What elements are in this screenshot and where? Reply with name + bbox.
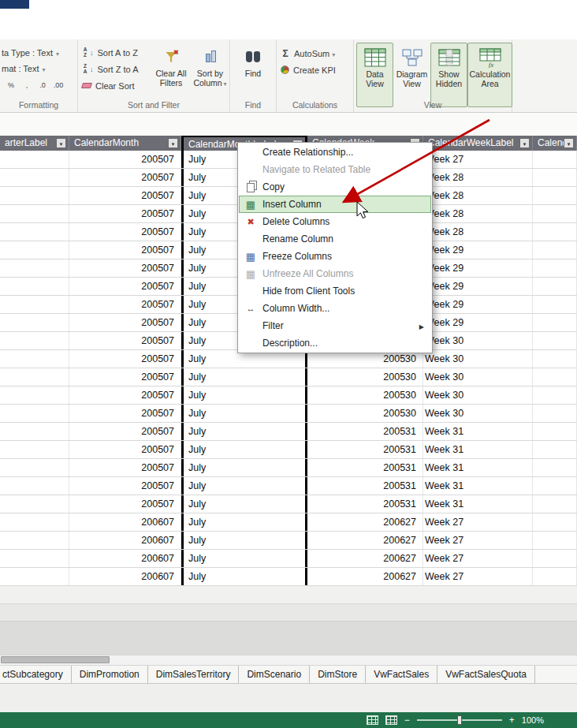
column-header-calenda[interactable]: Calenda	[533, 136, 577, 151]
increase-decimal-button[interactable]: .0	[36, 79, 49, 91]
cell[interactable]: July	[181, 441, 307, 458]
cell[interactable]: 200530	[307, 405, 423, 422]
menu-item-rename-column[interactable]: Rename Column	[239, 230, 431, 248]
cell[interactable]	[0, 205, 69, 222]
cell[interactable]: 200531	[307, 495, 423, 513]
cell[interactable]	[0, 368, 69, 386]
cell[interactable]: 200507	[69, 350, 181, 368]
cell[interactable]	[533, 296, 577, 313]
table-tab-dimsalesterritory[interactable]: DimSalesTerritory	[148, 666, 240, 683]
menu-item-create-relationship[interactable]: Create Relationship...	[239, 144, 431, 161]
cell[interactable]	[0, 296, 69, 313]
cell[interactable]: 200627	[307, 550, 423, 567]
cell[interactable]	[0, 259, 69, 277]
filter-button[interactable]	[168, 138, 178, 148]
clear-all-filters-button[interactable]: Clear All Filters	[153, 43, 189, 106]
cell[interactable]: 200507	[69, 405, 181, 422]
percent-format-button[interactable]: %	[5, 79, 17, 91]
cell[interactable]: Week 30	[423, 405, 533, 422]
cell[interactable]: Week 30	[423, 350, 533, 368]
cell[interactable]: 200507	[69, 205, 181, 222]
menu-item-hide-from-client-tools[interactable]: Hide from Client Tools	[239, 282, 431, 300]
cell[interactable]: Week 27	[423, 532, 533, 549]
cell[interactable]: July	[181, 477, 307, 495]
cell[interactable]: Week 27	[423, 568, 533, 585]
cell[interactable]: 200607	[69, 513, 181, 531]
scrollbar-thumb[interactable]	[1, 656, 110, 663]
cell[interactable]	[533, 259, 577, 277]
statusbar-diagram-view-icon[interactable]	[385, 715, 397, 725]
view-button-show-hidden[interactable]: ShowHidden	[430, 43, 467, 107]
cell[interactable]	[0, 223, 69, 241]
menu-item-insert-column[interactable]: Insert Column	[239, 196, 431, 213]
table-tab-dimpromotion[interactable]: DimPromotion	[72, 666, 148, 683]
cell[interactable]	[533, 205, 577, 222]
cell[interactable]	[0, 169, 69, 186]
cell[interactable]: Week 31	[423, 477, 533, 495]
cell[interactable]: 200507	[69, 169, 181, 186]
cell[interactable]: July	[181, 386, 307, 404]
cell[interactable]	[533, 187, 577, 204]
cell[interactable]: Week 30	[423, 332, 533, 349]
cell[interactable]	[533, 368, 577, 386]
menu-item-unfreeze-all-columns[interactable]: Unfreeze All Columns	[239, 265, 431, 282]
cell[interactable]: 200507	[69, 241, 181, 259]
cell[interactable]	[0, 187, 69, 204]
cell[interactable]: Week 29	[423, 241, 533, 259]
clear-sort-button[interactable]: Clear Sort	[82, 78, 135, 93]
cell[interactable]: 200607	[69, 532, 181, 549]
zoom-slider-thumb[interactable]	[457, 715, 462, 725]
cell[interactable]	[533, 350, 577, 368]
cell[interactable]	[0, 550, 69, 567]
cell[interactable]: 200507	[69, 296, 181, 313]
cell[interactable]: Week 31	[423, 495, 533, 513]
menu-item-navigate-to-related-table[interactable]: Navigate to Related Table	[239, 161, 431, 178]
zoom-out-button[interactable]: −	[404, 713, 410, 727]
cell[interactable]: Week 28	[423, 205, 533, 222]
table-tab-vwfactsalesquota[interactable]: VwFactSalesQuota	[437, 666, 535, 683]
cell[interactable]: 200507	[69, 259, 181, 277]
sort-z-to-a-button[interactable]: Sort Z to A	[82, 62, 138, 77]
cell[interactable]: 200530	[307, 368, 423, 386]
format-dropdown[interactable]: mat : Text	[2, 62, 46, 76]
table-tab-dimstore[interactable]: DimStore	[310, 666, 366, 683]
filter-button[interactable]	[519, 138, 530, 148]
cell[interactable]: July	[181, 459, 307, 476]
table-tab-vwfactsales[interactable]: VwFactSales	[366, 666, 437, 683]
cell[interactable]	[0, 423, 69, 440]
cell[interactable]: 200531	[307, 423, 423, 440]
cell[interactable]	[0, 350, 69, 368]
cell[interactable]	[0, 332, 69, 349]
cell[interactable]: July	[181, 495, 307, 513]
cell[interactable]: 200507	[69, 332, 181, 349]
decrease-decimal-button[interactable]: .00	[52, 79, 65, 91]
table-tab-dimscenario[interactable]: DimScenario	[239, 666, 310, 683]
create-kpi-button[interactable]: Create KPI	[281, 62, 336, 77]
cell[interactable]	[533, 405, 577, 422]
cell[interactable]	[533, 223, 577, 241]
cell[interactable]: 200531	[307, 477, 423, 495]
column-header-calendarweeklabel[interactable]: CalendarWeekLabel	[423, 136, 533, 151]
find-button[interactable]: Find	[235, 43, 271, 106]
cell[interactable]: Week 27	[423, 151, 533, 168]
cell[interactable]: July	[181, 405, 307, 422]
cell[interactable]: Week 31	[423, 441, 533, 458]
cell[interactable]: July	[181, 568, 307, 585]
view-button-calculation-area[interactable]: fxCalculationArea	[467, 43, 512, 107]
cell[interactable]: 200507	[69, 187, 181, 204]
cell[interactable]	[0, 477, 69, 495]
cell[interactable]	[533, 314, 577, 331]
cell[interactable]	[0, 151, 69, 168]
cell[interactable]	[533, 495, 577, 513]
zoom-slider[interactable]	[417, 719, 502, 721]
cell[interactable]	[0, 441, 69, 458]
cell[interactable]: 200530	[307, 386, 423, 404]
view-button-diagram-view[interactable]: DiagramView	[393, 43, 430, 107]
cell[interactable]: Week 30	[423, 368, 533, 386]
cell[interactable]: 200627	[307, 568, 423, 585]
cell[interactable]: 200507	[69, 495, 181, 513]
menu-item-copy[interactable]: Copy	[239, 178, 431, 196]
cell[interactable]	[0, 495, 69, 513]
cell[interactable]: July	[181, 532, 307, 549]
cell[interactable]: 200507	[69, 151, 181, 168]
